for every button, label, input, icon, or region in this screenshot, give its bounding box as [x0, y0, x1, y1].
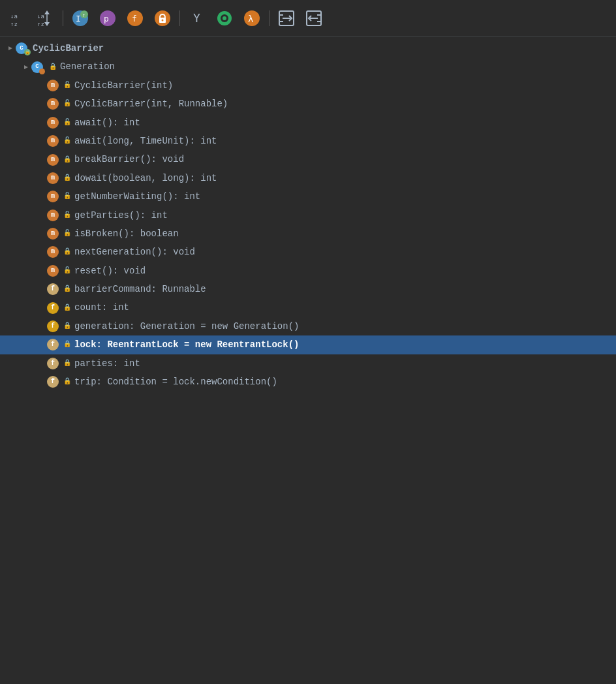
lock-constructor1: 🔓: [63, 81, 72, 90]
svg-text:Y: Y: [193, 11, 200, 25]
isbroken-label: isBroken(): boolean: [74, 226, 179, 241]
lock-constructor2: 🔓: [63, 99, 72, 108]
method-badge-isbroken: m: [47, 228, 59, 240]
tree-item-reset[interactable]: m 🔓 reset(): void: [0, 262, 616, 280]
lock-trip: 🔒: [63, 377, 72, 386]
method-badge-reset: m: [47, 265, 59, 277]
svg-point-21: [223, 16, 226, 20]
svg-text:p: p: [104, 14, 109, 23]
lock-field-label: lock: ReentrantLock = new ReentrantLock(…: [74, 337, 299, 352]
toolbar-separator-2: [179, 10, 180, 26]
generation-label: Generation: [60, 59, 115, 74]
lock-nextgeneration: 🔒: [63, 247, 72, 256]
barriercommand-label: barrierCommand: Runnable: [74, 282, 206, 296]
toolbar-separator-3: [269, 10, 270, 26]
svg-point-17: [162, 19, 164, 21]
field-badge-count: f: [47, 302, 59, 314]
filter-icon[interactable]: f: [123, 7, 147, 30]
getparties-label: getParties(): int: [74, 208, 168, 223]
collapse-icon[interactable]: [302, 7, 326, 30]
getnumberwaiting-label: getNumberWaiting(): int: [74, 189, 200, 204]
tree-item-getparties[interactable]: m 🔓 getParties(): int: [0, 206, 616, 225]
circle-icon[interactable]: [213, 7, 236, 30]
await2-label: await(long, TimeUnit): int: [74, 134, 217, 148]
lock-generation-field: 🔒: [63, 322, 72, 331]
field-badge-generation: f: [47, 320, 59, 332]
constructor2-label: CyclicBarrier(int, Runnable): [74, 97, 228, 111]
constructor1-label: CyclicBarrier(int): [74, 78, 173, 93]
lock-barriercommand: 🔒: [63, 285, 72, 294]
tree-item-constructor2[interactable]: m 🔓 CyclicBarrier(int, Runnable): [0, 95, 616, 113]
parties-label: parties: int: [74, 356, 140, 371]
svg-marker-6: [44, 22, 50, 26]
expand-arrow-root[interactable]: [5, 43, 16, 54]
breakbarrier-label: breakBarrier(): void: [74, 152, 184, 166]
tree-item-parties[interactable]: f 🔒 parties: int: [0, 354, 616, 373]
reset-label: reset(): void: [74, 264, 146, 278]
tree-item-trip[interactable]: f 🔒 trip: Condition = lock.newCondition(…: [0, 373, 616, 391]
lock-filter-icon[interactable]: [151, 7, 174, 30]
tree-item-barriercommand[interactable]: f 🔒 barrierCommand: Runnable: [0, 280, 616, 298]
method-badge-dowait: m: [47, 172, 59, 184]
sort-type-icon[interactable]: ↓a ↑z: [34, 7, 57, 30]
svg-text:f: f: [132, 14, 137, 23]
tree-item-await2[interactable]: m 🔓 await(long, TimeUnit): int: [0, 132, 616, 150]
tree-item-lock-field[interactable]: f 🔒 lock: ReentrantLock = new ReentrantL…: [0, 335, 616, 354]
method-badge-nextgeneration: m: [47, 246, 59, 258]
field-badge-barriercommand: f: [47, 283, 59, 295]
method-badge-getparties: m: [47, 210, 59, 221]
tree-item-generation-field[interactable]: f 🔒 generation: Generation = new Generat…: [0, 317, 616, 335]
tree-item-isbroken[interactable]: m 🔓 isBroken(): boolean: [0, 225, 616, 243]
tree-item-nextgeneration[interactable]: m 🔒 nextGeneration(): void: [0, 243, 616, 261]
method-badge-await2: m: [47, 135, 59, 147]
tree-item-dowait[interactable]: m 🔒 dowait(boolean, long): int: [0, 169, 616, 187]
expand-icon[interactable]: [275, 7, 298, 30]
lock-breakbarrier: 🔒: [63, 155, 72, 164]
svg-marker-32: [8, 46, 12, 50]
generation-field-label: generation: Generation = new Generation(…: [74, 319, 299, 334]
field-badge-parties: f: [47, 358, 59, 369]
sub-badge-root: 🔒: [24, 49, 31, 55]
tree-item-root[interactable]: C 🔒 CyclicBarrier: [0, 39, 616, 57]
root-label: CyclicBarrier: [33, 41, 104, 55]
lambda-icon[interactable]: λ: [240, 7, 264, 30]
tree-item-count[interactable]: f 🔒 count: int: [0, 298, 616, 317]
toolbar: ↓a ↑z ↓a ↑z I ↑ p f: [0, 0, 616, 37]
lock-dowait: 🔒: [63, 174, 72, 183]
tree-item-generation[interactable]: C 🔒 Generation: [0, 57, 616, 76]
nextgeneration-label: nextGeneration(): void: [74, 245, 195, 259]
field-badge-lock: f: [47, 339, 59, 350]
trip-label: trip: Condition = lock.newCondition(): [74, 375, 277, 389]
count-label: count: int: [74, 300, 129, 315]
tree-item-await1[interactable]: m 🔓 await(): int: [0, 114, 616, 132]
visibility-icon[interactable]: I ↑: [69, 7, 92, 30]
lock-getnumberwaiting: 🔓: [63, 192, 72, 201]
svg-text:↓a: ↓a: [10, 13, 18, 20]
svg-marker-5: [44, 10, 50, 14]
lock-await2: 🔓: [63, 136, 72, 146]
class-badge-generation: C: [31, 61, 43, 73]
svg-text:↑z: ↑z: [37, 21, 44, 27]
lock-reset: 🔓: [63, 266, 72, 275]
tree-item-constructor1[interactable]: m 🔓 CyclicBarrier(int): [0, 76, 616, 95]
field-badge-trip: f: [47, 376, 59, 388]
svg-text:↑z: ↑z: [10, 21, 18, 27]
public-icon[interactable]: p: [96, 7, 119, 30]
method-badge-getnumberwaiting: m: [47, 191, 59, 202]
svg-text:I: I: [76, 14, 81, 23]
method-badge-breakbarrier: m: [47, 154, 59, 166]
sort-alpha-icon[interactable]: ↓a ↑z: [7, 7, 30, 30]
method-badge-constructor2: m: [47, 98, 59, 110]
svg-text:λ: λ: [248, 14, 253, 24]
svg-text:↑: ↑: [82, 12, 85, 18]
lock-count: 🔒: [63, 303, 72, 313]
fork-icon[interactable]: Y: [185, 7, 209, 30]
toolbar-separator-1: [63, 10, 63, 26]
lock-isbroken: 🔓: [63, 229, 72, 238]
svg-marker-33: [24, 65, 28, 69]
expand-arrow-generation[interactable]: [21, 62, 31, 72]
tree-item-breakbarrier[interactable]: m 🔒 breakBarrier(): void: [0, 150, 616, 168]
tree-item-getnumberwaiting[interactable]: m 🔓 getNumberWaiting(): int: [0, 187, 616, 206]
lock-getparties: 🔓: [63, 211, 72, 220]
dowait-label: dowait(boolean, long): int: [74, 171, 217, 185]
